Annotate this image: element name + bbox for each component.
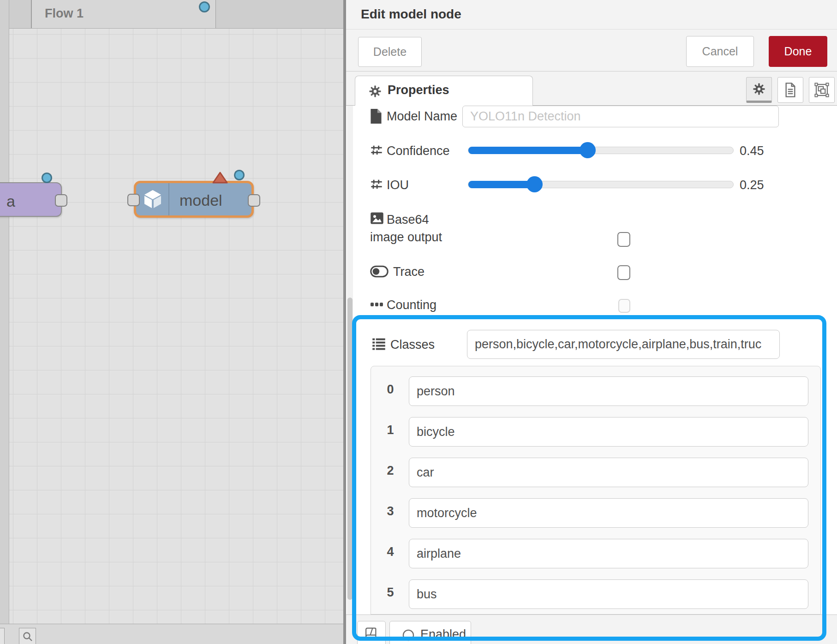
object-group-icon — [814, 83, 829, 97]
enabled-toggle-button[interactable]: Enabled — [389, 621, 471, 644]
class-value-input[interactable] — [409, 498, 808, 528]
tray-button-row: Delete Cancel Done — [346, 30, 837, 72]
delete-button[interactable]: Delete — [358, 37, 422, 67]
counting-label: Counting — [387, 297, 436, 313]
counting-checkbox — [618, 299, 630, 313]
appearance-tab-button[interactable] — [809, 77, 835, 103]
tray-header: Edit model node — [346, 0, 837, 30]
done-button[interactable]: Done — [769, 36, 827, 67]
class-row-2: 2 — [371, 458, 820, 487]
cancel-button[interactable]: Cancel — [686, 36, 754, 67]
class-index: 4 — [381, 545, 400, 559]
base64-label-line2: image output — [370, 229, 442, 245]
tray-tab-row: Properties — [346, 72, 837, 106]
gear-icon — [752, 82, 766, 96]
image-icon — [370, 212, 384, 225]
node-model-label: model — [179, 191, 222, 209]
classes-label: Classes — [390, 337, 435, 352]
edit-tray: Edit model node Delete Cancel Done — [343, 0, 837, 644]
node-error-triangle-icon — [212, 171, 228, 184]
confidence-value: 0.45 — [740, 143, 764, 159]
sliders-icon — [370, 178, 383, 191]
description-tab-button[interactable] — [777, 77, 803, 103]
tray-title: Edit model node — [361, 7, 461, 22]
class-list: 0 1 2 3 4 5 — [371, 366, 821, 614]
flow-changed-dot — [199, 1, 210, 12]
iou-slider-thumb[interactable] — [526, 176, 543, 192]
toggle-icon — [370, 265, 389, 278]
file-icon — [370, 109, 382, 124]
class-value-input[interactable] — [409, 376, 808, 406]
class-index: 0 — [381, 382, 400, 397]
class-value-input[interactable] — [409, 417, 808, 447]
node-model-input-port[interactable] — [127, 194, 140, 206]
trace-checkbox[interactable] — [617, 265, 630, 280]
flow-tab-partial[interactable] — [9, 0, 31, 28]
class-row-0: 0 — [371, 376, 820, 406]
book-icon — [365, 627, 378, 641]
class-row-4: 4 — [371, 539, 820, 568]
cube-icon — [142, 188, 164, 210]
gear-icon — [368, 84, 382, 98]
base64-label-line1: Base64 — [387, 212, 429, 227]
tab-properties[interactable]: Properties — [355, 76, 533, 106]
confidence-slider-thumb[interactable] — [580, 142, 596, 158]
class-value-input[interactable] — [409, 539, 808, 568]
model-name-label: Model Name — [387, 108, 457, 124]
class-row-5: 5 — [371, 579, 820, 609]
flow-tab-bar: Flow 1 — [9, 0, 343, 29]
footer-partial-button[interactable] — [0, 628, 5, 644]
class-index: 3 — [381, 504, 400, 519]
class-index: 1 — [381, 423, 400, 437]
class-row-1: 1 — [371, 417, 820, 447]
node-model[interactable]: model — [134, 181, 254, 218]
tray-scrollbar-thumb[interactable] — [347, 298, 353, 600]
iou-label: IOU — [387, 177, 409, 193]
classes-input[interactable] — [467, 330, 780, 359]
trace-label: Trace — [393, 264, 424, 280]
node-source-label: a — [6, 192, 15, 210]
node-model-output-port[interactable] — [248, 194, 260, 207]
tray-footer: Enabled — [346, 614, 837, 644]
enabled-label: Enabled — [420, 627, 466, 642]
flow-tab[interactable]: Flow 1 — [31, 0, 216, 28]
canvas-grid[interactable] — [0, 29, 343, 624]
iou-slider[interactable] — [468, 181, 734, 188]
canvas-footer — [0, 624, 343, 644]
sliders-icon — [370, 144, 383, 157]
circle-toggle-icon — [402, 629, 415, 642]
class-row-3: 3 — [371, 498, 820, 528]
search-icon — [22, 631, 33, 642]
class-index: 5 — [381, 585, 400, 600]
node-model-icon-box — [136, 183, 169, 215]
class-value-input[interactable] — [409, 579, 808, 609]
search-button[interactable] — [19, 628, 36, 644]
class-value-input[interactable] — [409, 458, 808, 487]
properties-tab-button[interactable] — [746, 77, 772, 103]
node-source-changed-dot — [42, 173, 52, 183]
confidence-slider[interactable] — [468, 147, 734, 154]
confidence-slider-track[interactable] — [468, 147, 734, 154]
info-book-button[interactable] — [357, 621, 386, 644]
base64-checkbox[interactable] — [617, 232, 630, 247]
list-icon — [372, 338, 386, 351]
tab-properties-label: Properties — [388, 83, 449, 97]
ellipsis-icon — [370, 302, 384, 307]
iou-slider-track[interactable] — [468, 181, 734, 188]
model-name-input[interactable] — [462, 106, 779, 127]
confidence-label: Confidence — [387, 143, 450, 159]
flow-canvas[interactable]: Flow 1 a model — [0, 0, 343, 644]
class-index: 2 — [381, 464, 400, 478]
document-icon — [783, 83, 797, 97]
node-model-changed-dot — [234, 170, 245, 180]
iou-value: 0.25 — [740, 177, 764, 193]
palette-edge — [0, 0, 9, 644]
node-source[interactable]: a — [0, 182, 62, 217]
node-source-output-port[interactable] — [55, 194, 67, 207]
flow-tab-label: Flow 1 — [45, 6, 84, 21]
